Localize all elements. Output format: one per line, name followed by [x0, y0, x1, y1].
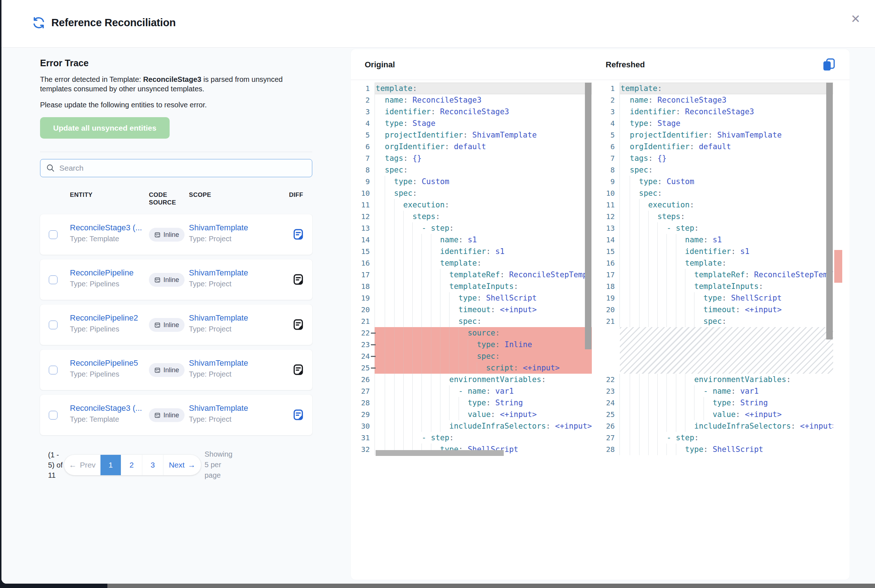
- code-line: 12 steps:: [601, 211, 833, 222]
- update-all-unsynced-button[interactable]: Update all unsynced entities: [40, 117, 170, 139]
- inline-source-icon: [154, 277, 161, 283]
- line-number: 25: [356, 362, 370, 374]
- diff-icon[interactable]: [293, 319, 304, 330]
- line-number: 2: [356, 94, 370, 106]
- line-number: 30: [356, 420, 370, 432]
- line-number: 6: [356, 141, 370, 153]
- search-input[interactable]: [59, 164, 306, 172]
- scope-link[interactable]: ShivamTemplate: [189, 223, 248, 232]
- entity-link[interactable]: ReconcileStage3 (...: [70, 223, 142, 232]
- scope-link[interactable]: ShivamTemplate: [189, 268, 248, 278]
- inline-source-icon: [154, 232, 161, 238]
- inline-source-icon: [154, 367, 161, 374]
- code-text: template:: [375, 82, 592, 94]
- row-checkbox[interactable]: [49, 366, 57, 374]
- code-line: 20 timeout: <+input>: [356, 304, 592, 315]
- line-number: 18: [356, 280, 370, 292]
- code-text: execution:: [620, 199, 833, 211]
- close-icon[interactable]: ✕: [851, 13, 860, 25]
- scope-link[interactable]: ShivamTemplate: [189, 404, 248, 413]
- row-checkbox[interactable]: [49, 411, 57, 420]
- code-line: 25 script: <+input>: [356, 362, 592, 374]
- entity-link[interactable]: ReconcilePipeline: [70, 268, 134, 278]
- column-header-entity: ENTITY: [70, 191, 92, 199]
- line-number: 10: [601, 188, 615, 199]
- code-source-badge: Inline: [149, 273, 185, 287]
- entity-link[interactable]: ReconcilePipeline2: [70, 313, 138, 323]
- line-number: 14: [601, 234, 615, 246]
- diff-icon[interactable]: [293, 409, 304, 421]
- line-number: 4: [601, 117, 615, 129]
- code-line: 24 spec:: [356, 350, 592, 362]
- code-line: 26 environmentVariables:: [356, 374, 592, 386]
- line-number: 28: [601, 444, 615, 455]
- diff-icon[interactable]: [293, 274, 304, 285]
- entity-link[interactable]: ReconcilePipeline5: [70, 358, 138, 368]
- line-number: 17: [356, 269, 370, 280]
- original-vertical-scrollbar[interactable]: [585, 82, 591, 349]
- pagination-page-1[interactable]: 1: [101, 455, 121, 475]
- entity-type-label: Type: Template: [70, 415, 142, 423]
- line-number: 32: [356, 444, 370, 455]
- code-line: 19 type: ShellScript: [601, 292, 833, 304]
- code-text: templateInputs:: [620, 280, 833, 292]
- copy-icon[interactable]: [822, 58, 836, 72]
- search-field[interactable]: [40, 159, 312, 177]
- scope-type-label: Type: Project: [189, 415, 248, 423]
- code-line: 26 includeInfraSelectors: <+input>: [601, 420, 833, 432]
- code-text: identifier: ReconcileStage3: [620, 106, 833, 117]
- diff-overview-red-marker: [834, 250, 842, 283]
- code-line: 4 type: Stage: [356, 117, 592, 129]
- refreshed-code-editor[interactable]: 1template:2 name: ReconcileStage33 ident…: [601, 82, 833, 457]
- code-line: 13 - step:: [356, 222, 592, 234]
- row-checkbox[interactable]: [49, 321, 57, 329]
- line-number: 29: [356, 409, 370, 420]
- pagination-bar: ← Prev 123 Next →: [64, 455, 201, 475]
- pagination-page-size-label: Showing 5 per page: [204, 449, 240, 481]
- line-number: 11: [356, 199, 370, 211]
- code-line: 13 - step:: [601, 222, 833, 234]
- code-line: 14 name: s1: [601, 234, 833, 246]
- line-number: 10: [356, 188, 370, 199]
- code-line: 28 type: String: [356, 397, 592, 409]
- table-row: ReconcileStage3 (...Type: TemplateInline…: [40, 214, 312, 255]
- code-line: 18 templateInputs:: [601, 280, 833, 292]
- code-source-badge: Inline: [149, 318, 185, 332]
- line-number: 14: [356, 234, 370, 246]
- code-line: 22 environmentVariables:: [601, 374, 833, 386]
- code-line: 11 execution:: [601, 199, 833, 211]
- row-checkbox[interactable]: [49, 230, 57, 239]
- scope-link[interactable]: ShivamTemplate: [189, 358, 248, 368]
- line-number: 8: [356, 164, 370, 176]
- code-text: tags: {}: [620, 153, 833, 164]
- original-horizontal-scrollbar[interactable]: [376, 450, 504, 456]
- pagination-next-button[interactable]: Next →: [163, 455, 201, 475]
- diff-icon[interactable]: [293, 228, 304, 240]
- pagination-pages: 123: [101, 455, 163, 475]
- scope-cell: ShivamTemplateType: Project: [189, 223, 248, 243]
- page-horizontal-scrollbar[interactable]: [107, 584, 875, 588]
- pagination-page-2[interactable]: 2: [121, 455, 142, 475]
- code-text: templateRef: ReconcileStepTemplate: [375, 269, 592, 280]
- row-checkbox[interactable]: [49, 276, 57, 284]
- scope-link[interactable]: ShivamTemplate: [189, 313, 248, 323]
- code-text: name: s1: [620, 234, 833, 246]
- pagination-page-3[interactable]: 3: [142, 455, 163, 475]
- code-line: 24 type: String: [601, 397, 833, 409]
- diff-icon[interactable]: [293, 364, 304, 375]
- deleted-lines-hatch-block: [620, 327, 833, 374]
- code-source-badge: Inline: [149, 363, 185, 377]
- original-code-editor[interactable]: 1template:2 name: ReconcileStage33 ident…: [356, 82, 592, 457]
- code-line: 22 source:: [356, 327, 592, 339]
- table-row: ReconcilePipeline5Type: PipelinesInlineS…: [40, 350, 312, 390]
- code-source-label: Inline: [164, 276, 179, 284]
- refreshed-vertical-scrollbar[interactable]: [826, 82, 833, 339]
- code-line: 11 execution:: [356, 199, 592, 211]
- code-line: 17 templateRef: ReconcileStepTemplate: [356, 269, 592, 280]
- code-text: source:: [375, 327, 592, 339]
- entity-link[interactable]: ReconcileStage3 (...: [70, 404, 142, 413]
- entity-cell: ReconcilePipeline5Type: Pipelines: [70, 358, 138, 378]
- pagination-prev-button[interactable]: ← Prev: [64, 455, 101, 475]
- code-line: 12 steps:: [356, 211, 592, 222]
- code-text: identifier: s1: [375, 246, 592, 257]
